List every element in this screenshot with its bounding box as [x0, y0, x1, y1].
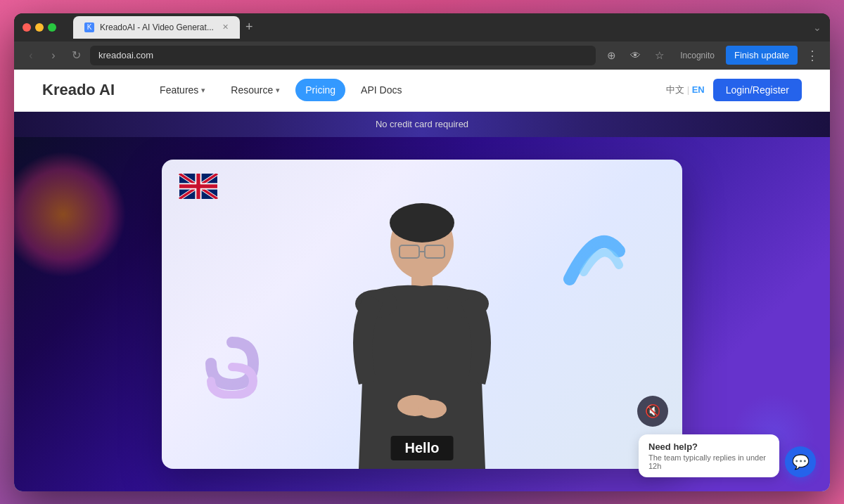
chat-widget: Need help? The team typically replies in…	[639, 434, 816, 477]
window-controls: ⌄	[813, 22, 821, 33]
video-card: Hello 🔇	[162, 160, 682, 469]
maximize-button[interactable]	[48, 23, 56, 32]
window-chevron-icon: ⌄	[813, 22, 821, 33]
traffic-lights	[23, 23, 56, 32]
login-button[interactable]: Login/Register	[713, 79, 802, 101]
svg-point-2	[390, 203, 454, 243]
forward-button[interactable]: ›	[45, 47, 62, 64]
hero-section: Hello 🔇 Need help? The team typically re…	[14, 137, 830, 491]
nav-features[interactable]: Features ▾	[150, 79, 215, 101]
features-label: Features	[160, 84, 198, 96]
website-content: Kreado AI Features ▾ Resource ▾ Pricing …	[14, 70, 830, 491]
resource-chevron-icon: ▾	[276, 86, 280, 95]
browser-window: K KreadoAI - AI Video Generat... ✕ + ⌄ ‹…	[14, 13, 830, 491]
nav-api-docs[interactable]: API Docs	[351, 79, 411, 101]
incognito-badge[interactable]: Incognito	[674, 48, 720, 63]
deco-logo-right-icon	[563, 230, 626, 286]
hero-bg-decoration-left	[14, 151, 127, 278]
promo-banner: No credit card required	[14, 112, 830, 137]
more-icon[interactable]: ⋮	[803, 48, 821, 63]
resource-label: Resource	[231, 84, 273, 96]
close-button[interactable]	[23, 23, 31, 32]
chat-icon: 💬	[792, 453, 810, 470]
toolbar-icons: ⊕ 👁 ☆	[601, 46, 669, 65]
address-input[interactable]	[90, 46, 596, 65]
language-switcher[interactable]: 中文 | EN	[666, 84, 705, 96]
lang-en-label[interactable]: EN	[692, 84, 705, 95]
title-bar: K KreadoAI - AI Video Generat... ✕ + ⌄	[14, 13, 830, 41]
mute-icon: 🔇	[645, 403, 660, 419]
address-bar: ‹ › ↻ ⊕ 👁 ☆ Incognito Finish update ⋮	[14, 41, 830, 70]
chat-bubble-text: The team typically replies in under 12h	[648, 453, 769, 470]
new-tab-button[interactable]: +	[243, 20, 256, 34]
video-subtitle: Hello	[391, 436, 454, 460]
nav-resource[interactable]: Resource ▾	[221, 79, 290, 101]
site-logo: Kreado AI	[42, 81, 115, 99]
chat-bubble: Need help? The team typically replies in…	[639, 434, 779, 477]
svg-point-10	[418, 400, 447, 418]
bookmark-icon[interactable]: ☆	[649, 46, 669, 65]
tab-favicon: K	[84, 22, 94, 32]
tab-close-icon[interactable]: ✕	[222, 22, 229, 32]
uk-flag-icon	[179, 174, 218, 199]
banner-text: No credit card required	[376, 119, 468, 129]
person-svg	[324, 188, 520, 469]
site-nav-right: 中文 | EN Login/Register	[666, 79, 802, 101]
features-chevron-icon: ▾	[201, 86, 205, 95]
tab-title: KreadoAI - AI Video Generat...	[100, 22, 214, 32]
active-tab[interactable]: K KreadoAI - AI Video Generat... ✕	[73, 16, 240, 39]
finish-update-button[interactable]: Finish update	[726, 46, 798, 65]
deco-logo-left-icon	[197, 335, 267, 399]
minimize-button[interactable]	[35, 23, 44, 32]
site-navbar: Kreado AI Features ▾ Resource ▾ Pricing …	[14, 70, 830, 112]
tab-bar: K KreadoAI - AI Video Generat... ✕ +	[73, 16, 807, 39]
person-avatar	[316, 174, 528, 469]
logo-text: Kreado AI	[42, 81, 115, 98]
forward-icon: ›	[51, 49, 55, 62]
eye-off-icon[interactable]: 👁	[625, 46, 645, 65]
back-button[interactable]: ‹	[23, 47, 39, 64]
reload-icon: ↻	[72, 49, 81, 62]
api-docs-label: API Docs	[361, 84, 402, 96]
lang-cn-label[interactable]: 中文	[666, 84, 684, 95]
back-icon: ‹	[29, 49, 32, 62]
site-nav: Features ▾ Resource ▾ Pricing API Docs	[150, 79, 666, 101]
chat-open-button[interactable]: 💬	[785, 446, 816, 477]
reload-button[interactable]: ↻	[68, 47, 84, 64]
nav-pricing[interactable]: Pricing	[295, 79, 345, 101]
chat-bubble-title: Need help?	[648, 441, 769, 452]
lang-divider: |	[687, 84, 689, 95]
pricing-label: Pricing	[305, 84, 335, 96]
translate-icon[interactable]: ⊕	[601, 46, 621, 65]
mute-button[interactable]: 🔇	[637, 396, 668, 427]
